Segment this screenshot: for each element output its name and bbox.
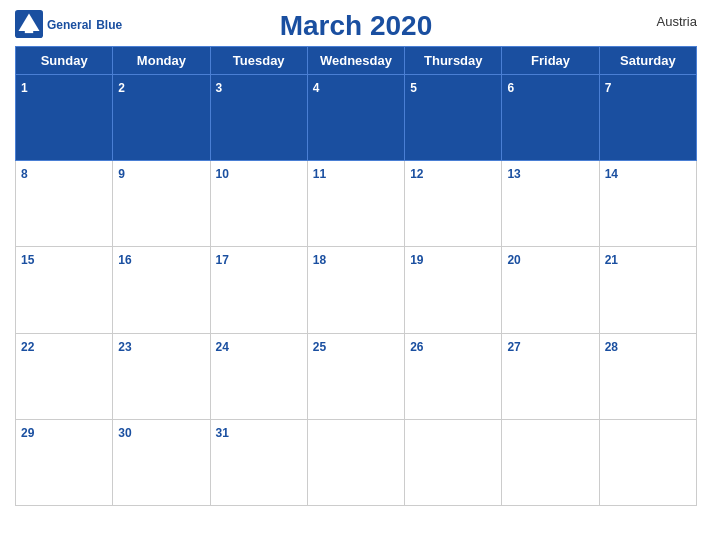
calendar-week-row: 1234567: [16, 75, 697, 161]
header-wednesday: Wednesday: [307, 47, 404, 75]
day-number: 19: [410, 253, 423, 267]
day-number: 1: [21, 81, 28, 95]
calendar-day-cell: 11: [307, 161, 404, 247]
header-thursday: Thursday: [405, 47, 502, 75]
calendar-day-cell: 12: [405, 161, 502, 247]
day-number: 27: [507, 340, 520, 354]
calendar-day-cell: [599, 419, 696, 505]
header-sunday: Sunday: [16, 47, 113, 75]
day-number: 22: [21, 340, 34, 354]
calendar-day-cell: 7: [599, 75, 696, 161]
day-number: 2: [118, 81, 125, 95]
calendar-day-cell: 8: [16, 161, 113, 247]
calendar-day-cell: 15: [16, 247, 113, 333]
calendar-day-cell: 1: [16, 75, 113, 161]
day-number: 12: [410, 167, 423, 181]
calendar-day-cell: 16: [113, 247, 210, 333]
day-number: 15: [21, 253, 34, 267]
calendar-day-cell: [502, 419, 599, 505]
calendar-day-cell: 29: [16, 419, 113, 505]
calendar-day-cell: 21: [599, 247, 696, 333]
calendar-wrapper: General Blue March 2020 Austria Sunday M…: [0, 0, 712, 550]
calendar-day-cell: 24: [210, 333, 307, 419]
day-number: 21: [605, 253, 618, 267]
calendar-header: General Blue March 2020 Austria: [15, 10, 697, 42]
calendar-day-cell: 2: [113, 75, 210, 161]
day-number: 7: [605, 81, 612, 95]
day-number: 30: [118, 426, 131, 440]
day-number: 23: [118, 340, 131, 354]
calendar-day-cell: 18: [307, 247, 404, 333]
calendar-day-cell: 25: [307, 333, 404, 419]
calendar-week-row: 891011121314: [16, 161, 697, 247]
country-label: Austria: [657, 14, 697, 29]
calendar-day-cell: 30: [113, 419, 210, 505]
day-number: 26: [410, 340, 423, 354]
calendar-day-cell: 3: [210, 75, 307, 161]
calendar-day-cell: 20: [502, 247, 599, 333]
day-number: 20: [507, 253, 520, 267]
calendar-day-cell: 13: [502, 161, 599, 247]
day-number: 29: [21, 426, 34, 440]
day-number: 28: [605, 340, 618, 354]
calendar-day-cell: 26: [405, 333, 502, 419]
day-number: 25: [313, 340, 326, 354]
header-tuesday: Tuesday: [210, 47, 307, 75]
day-number: 4: [313, 81, 320, 95]
day-number: 8: [21, 167, 28, 181]
calendar-day-cell: 23: [113, 333, 210, 419]
calendar-week-row: 15161718192021: [16, 247, 697, 333]
day-number: 10: [216, 167, 229, 181]
calendar-day-cell: 19: [405, 247, 502, 333]
calendar-day-cell: 27: [502, 333, 599, 419]
day-number: 16: [118, 253, 131, 267]
weekday-header-row: Sunday Monday Tuesday Wednesday Thursday…: [16, 47, 697, 75]
calendar-day-cell: 31: [210, 419, 307, 505]
svg-rect-2: [25, 30, 33, 33]
logo-text: General Blue: [47, 15, 122, 33]
logo-area: General Blue: [15, 10, 122, 38]
day-number: 5: [410, 81, 417, 95]
header-friday: Friday: [502, 47, 599, 75]
calendar-day-cell: 17: [210, 247, 307, 333]
day-number: 17: [216, 253, 229, 267]
day-number: 31: [216, 426, 229, 440]
generalblue-logo-icon: [15, 10, 43, 38]
day-number: 9: [118, 167, 125, 181]
calendar-day-cell: 9: [113, 161, 210, 247]
calendar-day-cell: 14: [599, 161, 696, 247]
calendar-day-cell: 5: [405, 75, 502, 161]
calendar-week-row: 22232425262728: [16, 333, 697, 419]
calendar-day-cell: [307, 419, 404, 505]
calendar-week-row: 293031: [16, 419, 697, 505]
calendar-day-cell: 6: [502, 75, 599, 161]
day-number: 11: [313, 167, 326, 181]
day-number: 3: [216, 81, 223, 95]
calendar-table: Sunday Monday Tuesday Wednesday Thursday…: [15, 46, 697, 506]
calendar-day-cell: 10: [210, 161, 307, 247]
month-title: March 2020: [280, 10, 433, 42]
calendar-day-cell: [405, 419, 502, 505]
day-number: 6: [507, 81, 514, 95]
day-number: 13: [507, 167, 520, 181]
calendar-day-cell: 22: [16, 333, 113, 419]
calendar-day-cell: 4: [307, 75, 404, 161]
day-number: 18: [313, 253, 326, 267]
day-number: 24: [216, 340, 229, 354]
day-number: 14: [605, 167, 618, 181]
calendar-day-cell: 28: [599, 333, 696, 419]
header-monday: Monday: [113, 47, 210, 75]
header-saturday: Saturday: [599, 47, 696, 75]
